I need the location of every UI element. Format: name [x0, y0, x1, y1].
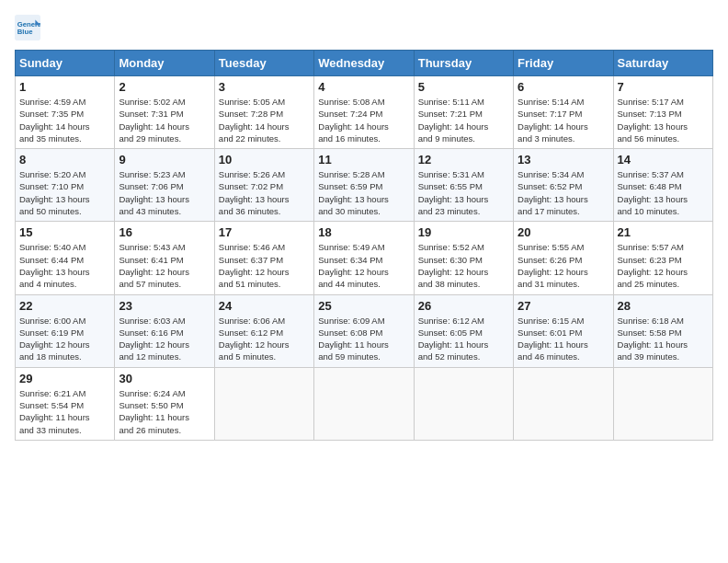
calendar-day-cell: 9Sunrise: 5:23 AM Sunset: 7:06 PM Daylig…: [115, 149, 214, 222]
day-number: 28: [618, 299, 709, 313]
calendar-day-cell: 17Sunrise: 5:46 AM Sunset: 6:37 PM Dayli…: [214, 222, 313, 294]
calendar-day-cell: 13Sunrise: 5:34 AM Sunset: 6:52 PM Dayli…: [514, 149, 613, 222]
logo: General Blue: [15, 15, 40, 40]
weekday-header: Saturday: [613, 51, 712, 76]
empty-cell: [214, 367, 313, 440]
day-info: Sunrise: 5:20 AM Sunset: 7:10 PM Dayligh…: [19, 168, 110, 217]
day-number: 16: [119, 225, 210, 239]
empty-cell: [314, 367, 414, 440]
empty-cell: [414, 367, 513, 440]
day-info: Sunrise: 5:49 AM Sunset: 6:34 PM Dayligh…: [318, 241, 409, 290]
calendar-week-row: 29Sunrise: 6:21 AM Sunset: 5:54 PM Dayli…: [16, 367, 713, 440]
weekday-header: Sunday: [16, 51, 115, 76]
calendar-header: SundayMondayTuesdayWednesdayThursdayFrid…: [16, 51, 713, 76]
svg-text:Blue: Blue: [17, 28, 33, 36]
day-info: Sunrise: 6:21 AM Sunset: 5:54 PM Dayligh…: [19, 387, 110, 436]
day-info: Sunrise: 5:31 AM Sunset: 6:55 PM Dayligh…: [418, 168, 509, 217]
calendar-day-cell: 14Sunrise: 5:37 AM Sunset: 6:48 PM Dayli…: [613, 149, 712, 222]
day-number: 18: [318, 225, 409, 239]
day-info: Sunrise: 6:24 AM Sunset: 5:50 PM Dayligh…: [119, 387, 210, 436]
calendar-day-cell: 28Sunrise: 6:18 AM Sunset: 5:58 PM Dayli…: [613, 294, 712, 367]
day-number: 12: [418, 153, 509, 167]
weekday-header: Tuesday: [214, 51, 313, 76]
day-info: Sunrise: 5:55 AM Sunset: 6:26 PM Dayligh…: [518, 241, 609, 290]
calendar-day-cell: 19Sunrise: 5:52 AM Sunset: 6:30 PM Dayli…: [414, 222, 513, 294]
calendar-day-cell: 4Sunrise: 5:08 AM Sunset: 7:24 PM Daylig…: [314, 76, 414, 149]
day-info: Sunrise: 5:11 AM Sunset: 7:21 PM Dayligh…: [418, 96, 509, 144]
day-info: Sunrise: 6:15 AM Sunset: 6:01 PM Dayligh…: [518, 315, 609, 363]
day-info: Sunrise: 5:17 AM Sunset: 7:13 PM Dayligh…: [618, 96, 709, 144]
day-number: 4: [318, 80, 409, 94]
day-number: 20: [518, 225, 609, 239]
calendar-day-cell: 18Sunrise: 5:49 AM Sunset: 6:34 PM Dayli…: [314, 222, 414, 294]
page-header: General Blue: [15, 15, 713, 40]
calendar-day-cell: 15Sunrise: 5:40 AM Sunset: 6:44 PM Dayli…: [16, 222, 115, 294]
day-number: 9: [119, 153, 210, 167]
calendar-day-cell: 10Sunrise: 5:26 AM Sunset: 7:02 PM Dayli…: [214, 149, 313, 222]
calendar-day-cell: 7Sunrise: 5:17 AM Sunset: 7:13 PM Daylig…: [613, 76, 712, 149]
calendar-day-cell: 5Sunrise: 5:11 AM Sunset: 7:21 PM Daylig…: [414, 76, 513, 149]
calendar-day-cell: 29Sunrise: 6:21 AM Sunset: 5:54 PM Dayli…: [16, 367, 115, 440]
day-number: 2: [119, 80, 210, 94]
day-number: 1: [19, 80, 110, 94]
calendar-day-cell: 25Sunrise: 6:09 AM Sunset: 6:08 PM Dayli…: [314, 294, 414, 367]
calendar-table: SundayMondayTuesdayWednesdayThursdayFrid…: [15, 50, 713, 441]
day-info: Sunrise: 5:05 AM Sunset: 7:28 PM Dayligh…: [219, 96, 310, 144]
calendar-day-cell: 23Sunrise: 6:03 AM Sunset: 6:16 PM Dayli…: [115, 294, 214, 367]
weekday-header: Friday: [514, 51, 613, 76]
day-info: Sunrise: 5:37 AM Sunset: 6:48 PM Dayligh…: [618, 168, 709, 217]
day-number: 17: [219, 225, 310, 239]
day-number: 26: [418, 299, 509, 313]
day-info: Sunrise: 6:03 AM Sunset: 6:16 PM Dayligh…: [119, 315, 210, 363]
day-info: Sunrise: 5:34 AM Sunset: 6:52 PM Dayligh…: [518, 168, 609, 217]
day-info: Sunrise: 5:43 AM Sunset: 6:41 PM Dayligh…: [119, 241, 210, 290]
day-info: Sunrise: 5:08 AM Sunset: 7:24 PM Dayligh…: [318, 96, 409, 144]
empty-cell: [613, 367, 712, 440]
day-info: Sunrise: 5:26 AM Sunset: 7:02 PM Dayligh…: [219, 168, 310, 217]
calendar-week-row: 8Sunrise: 5:20 AM Sunset: 7:10 PM Daylig…: [16, 149, 713, 222]
day-number: 25: [318, 299, 409, 313]
calendar-day-cell: 11Sunrise: 5:28 AM Sunset: 6:59 PM Dayli…: [314, 149, 414, 222]
calendar-day-cell: 24Sunrise: 6:06 AM Sunset: 6:12 PM Dayli…: [214, 294, 313, 367]
day-number: 5: [418, 80, 509, 94]
day-number: 6: [518, 80, 609, 94]
day-number: 22: [19, 299, 110, 313]
day-info: Sunrise: 6:09 AM Sunset: 6:08 PM Dayligh…: [318, 315, 409, 363]
calendar-day-cell: 16Sunrise: 5:43 AM Sunset: 6:41 PM Dayli…: [115, 222, 214, 294]
calendar-week-row: 15Sunrise: 5:40 AM Sunset: 6:44 PM Dayli…: [16, 222, 713, 294]
calendar-day-cell: 1Sunrise: 4:59 AM Sunset: 7:35 PM Daylig…: [16, 76, 115, 149]
day-number: 24: [219, 299, 310, 313]
day-number: 19: [418, 225, 509, 239]
day-info: Sunrise: 5:14 AM Sunset: 7:17 PM Dayligh…: [518, 96, 609, 144]
day-info: Sunrise: 5:57 AM Sunset: 6:23 PM Dayligh…: [618, 241, 709, 290]
day-number: 3: [219, 80, 310, 94]
calendar-day-cell: 8Sunrise: 5:20 AM Sunset: 7:10 PM Daylig…: [16, 149, 115, 222]
weekday-header: Wednesday: [314, 51, 414, 76]
calendar-day-cell: 26Sunrise: 6:12 AM Sunset: 6:05 PM Dayli…: [414, 294, 513, 367]
day-number: 30: [119, 372, 210, 385]
day-info: Sunrise: 5:40 AM Sunset: 6:44 PM Dayligh…: [19, 241, 110, 290]
day-info: Sunrise: 5:46 AM Sunset: 6:37 PM Dayligh…: [219, 241, 310, 290]
logo-icon: General Blue: [15, 15, 40, 40]
calendar-day-cell: 12Sunrise: 5:31 AM Sunset: 6:55 PM Dayli…: [414, 149, 513, 222]
day-number: 29: [19, 372, 110, 385]
day-number: 7: [618, 80, 709, 94]
calendar-day-cell: 27Sunrise: 6:15 AM Sunset: 6:01 PM Dayli…: [514, 294, 613, 367]
calendar-day-cell: 6Sunrise: 5:14 AM Sunset: 7:17 PM Daylig…: [514, 76, 613, 149]
calendar-day-cell: 20Sunrise: 5:55 AM Sunset: 6:26 PM Dayli…: [514, 222, 613, 294]
day-number: 21: [618, 225, 709, 239]
day-number: 10: [219, 153, 310, 167]
day-number: 14: [618, 153, 709, 167]
calendar-week-row: 1Sunrise: 4:59 AM Sunset: 7:35 PM Daylig…: [16, 76, 713, 149]
day-number: 13: [518, 153, 609, 167]
day-info: Sunrise: 5:28 AM Sunset: 6:59 PM Dayligh…: [318, 168, 409, 217]
day-number: 15: [19, 225, 110, 239]
calendar-day-cell: 30Sunrise: 6:24 AM Sunset: 5:50 PM Dayli…: [115, 367, 214, 440]
empty-cell: [514, 367, 613, 440]
day-info: Sunrise: 5:52 AM Sunset: 6:30 PM Dayligh…: [418, 241, 509, 290]
calendar-day-cell: 21Sunrise: 5:57 AM Sunset: 6:23 PM Dayli…: [613, 222, 712, 294]
calendar-day-cell: 3Sunrise: 5:05 AM Sunset: 7:28 PM Daylig…: [214, 76, 313, 149]
day-info: Sunrise: 5:02 AM Sunset: 7:31 PM Dayligh…: [119, 96, 210, 144]
day-number: 11: [318, 153, 409, 167]
day-info: Sunrise: 5:23 AM Sunset: 7:06 PM Dayligh…: [119, 168, 210, 217]
